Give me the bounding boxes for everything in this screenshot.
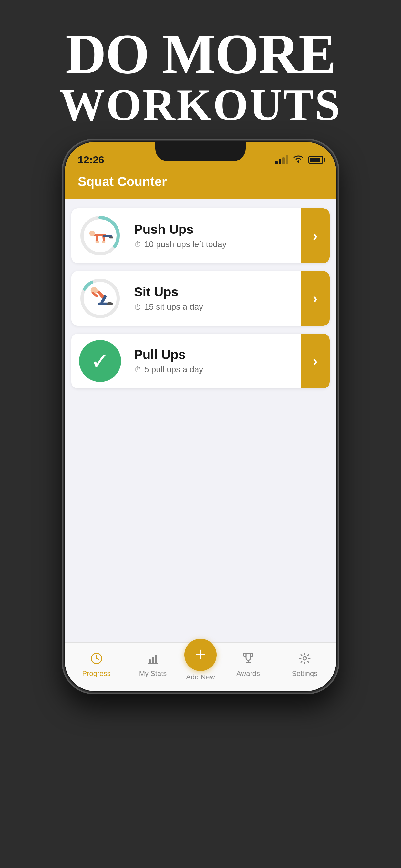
pull-ups-detail-icon: ⏱	[134, 365, 142, 374]
push-ups-icon-area	[71, 208, 127, 263]
pull-ups-arrow[interactable]: ›	[301, 334, 330, 389]
svg-rect-24	[155, 655, 157, 663]
hero-title-line1: DO MORE	[0, 26, 401, 82]
sit-ups-progress-circle	[79, 277, 121, 319]
hero-title-line2: WORKOUTS	[0, 82, 401, 128]
add-new-icon: +	[195, 645, 206, 664]
tab-add-new[interactable]: + Add New	[181, 648, 220, 681]
workout-card-pull-ups[interactable]: ✓ Pull Ups ⏱ 5 pull ups a day ›	[71, 334, 330, 389]
sit-ups-detail: ⏱ 15 sit ups a day	[134, 302, 323, 312]
add-new-tab-label: Add New	[186, 673, 215, 681]
wifi-icon	[293, 155, 304, 165]
app-title: Squat Counter	[78, 175, 323, 189]
sit-ups-detail-icon: ⏱	[134, 303, 142, 312]
push-ups-arrow[interactable]: ›	[301, 208, 330, 263]
tab-awards[interactable]: Awards	[220, 652, 276, 678]
push-ups-name: Push Ups	[134, 222, 323, 237]
pull-ups-chevron-icon: ›	[313, 353, 318, 369]
progress-tab-label: Progress	[82, 670, 111, 678]
workout-list: Push Ups ⏱ 10 push ups left today ›	[65, 198, 336, 398]
tab-my-stats[interactable]: My Stats	[125, 652, 181, 678]
settings-tab-label: Settings	[292, 670, 318, 678]
tab-bar: Progress My Stats	[65, 642, 336, 691]
pull-ups-detail-text: 5 pull ups a day	[144, 365, 203, 375]
sit-ups-name: Sit Ups	[134, 285, 323, 299]
sit-ups-icon-area	[71, 271, 127, 326]
pull-ups-completed-circle: ✓	[79, 340, 121, 382]
push-ups-detail: ⏱ 10 push ups left today	[134, 239, 323, 249]
battery-icon	[308, 156, 323, 164]
sit-ups-figure	[87, 285, 113, 311]
svg-point-0	[297, 161, 299, 163]
add-new-button[interactable]: +	[184, 639, 217, 671]
phone-wrapper: 12:26	[62, 139, 339, 849]
pull-ups-name: Pull Ups	[134, 347, 323, 362]
sit-ups-chevron-icon: ›	[313, 290, 318, 306]
svg-rect-22	[149, 659, 151, 663]
svg-rect-23	[152, 657, 154, 663]
push-ups-info: Push Ups ⏱ 10 push ups left today	[127, 222, 330, 249]
phone-notch	[155, 142, 246, 161]
svg-rect-8	[109, 237, 113, 238]
sit-ups-info: Sit Ups ⏱ 15 sit ups a day	[127, 285, 330, 312]
awards-icon	[242, 652, 254, 668]
hero-section: DO MORE WORKOUTS	[0, 0, 401, 147]
my-stats-icon	[147, 652, 159, 668]
push-ups-progress-circle	[79, 215, 121, 257]
pull-ups-checkmark-icon: ✓	[91, 348, 110, 374]
push-ups-detail-text: 10 push ups left today	[144, 239, 226, 249]
svg-point-4	[89, 230, 95, 237]
svg-point-18	[106, 302, 113, 306]
svg-line-21	[96, 658, 98, 659]
svg-line-15	[93, 293, 97, 296]
push-ups-chevron-icon: ›	[313, 228, 318, 244]
svg-point-9	[95, 241, 99, 243]
awards-tab-label: Awards	[236, 670, 260, 678]
pull-ups-info: Pull Ups ⏱ 5 pull ups a day	[127, 347, 330, 375]
workout-card-push-ups[interactable]: Push Ups ⏱ 10 push ups left today ›	[71, 208, 330, 263]
pull-ups-icon-area: ✓	[71, 334, 127, 389]
workout-card-sit-ups[interactable]: Sit Ups ⏱ 15 sit ups a day ›	[71, 271, 330, 326]
phone-frame: 12:26	[62, 139, 339, 694]
svg-point-28	[303, 657, 306, 660]
status-time: 12:26	[78, 154, 104, 166]
signal-icon	[275, 155, 288, 164]
push-ups-detail-icon: ⏱	[134, 240, 142, 249]
svg-point-10	[102, 241, 105, 243]
tab-settings[interactable]: Settings	[276, 652, 333, 678]
progress-icon	[90, 652, 103, 668]
app-nav-bar: Squat Counter	[65, 171, 336, 198]
sit-ups-arrow[interactable]: ›	[301, 271, 330, 326]
my-stats-tab-label: My Stats	[139, 670, 167, 678]
status-icons	[275, 155, 323, 165]
pull-ups-detail: ⏱ 5 pull ups a day	[134, 365, 323, 375]
phone-screen: 12:26	[65, 142, 336, 691]
tab-progress[interactable]: Progress	[68, 652, 125, 678]
sit-ups-detail-text: 15 sit ups a day	[144, 302, 203, 312]
settings-icon	[299, 652, 311, 668]
push-ups-figure	[87, 223, 113, 249]
